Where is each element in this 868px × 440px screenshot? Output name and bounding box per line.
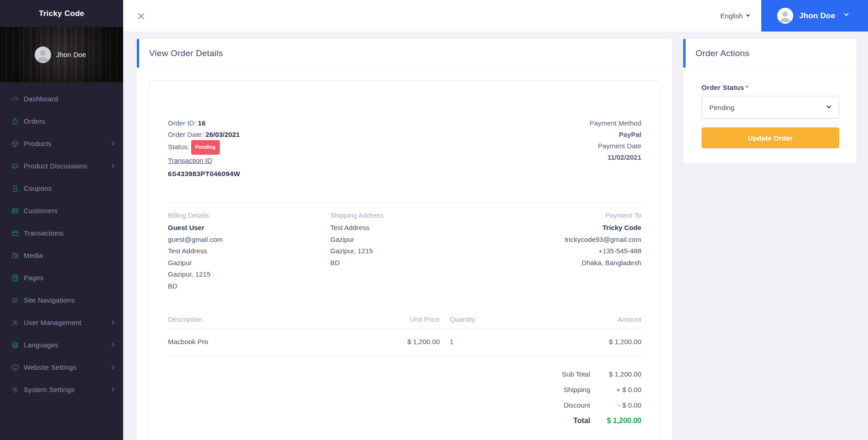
update-order-button[interactable]: Update Order [702, 127, 839, 148]
page-title: View Order Details [149, 48, 223, 58]
sidebar-nav: Dashboard Orders Products Product Discus… [0, 82, 123, 401]
sidebar-item-system-settings[interactable]: System Settings [0, 378, 123, 401]
sidebar-item-languages[interactable]: Languages [0, 334, 123, 356]
payment-date-value: 11/02/2021 [590, 152, 641, 163]
order-totals: Sub Total $ 1,200.00 Shipping + $ 0.00 D… [168, 369, 641, 425]
id-card-icon [11, 207, 19, 215]
order-items-table: Description Unit Price Quantity Amount M… [168, 315, 641, 356]
sidebar-item-label: Languages [24, 341, 110, 349]
sidebar-item-dashboard[interactable]: Dashboard [0, 88, 123, 110]
user-menu[interactable]: Jhon Doe [761, 0, 868, 31]
chevron-down-icon [844, 11, 849, 16]
order-actions-card: Order Actions Order Status* Pending Upda… [683, 39, 857, 163]
sidebar-item-coupons[interactable]: Coupons [0, 177, 123, 199]
book-icon [11, 274, 19, 282]
chevron-right-icon [109, 365, 114, 369]
transaction-id-link[interactable]: Transaction ID [168, 157, 212, 164]
total-row: Total $ 1,200.00 [168, 416, 641, 425]
order-status-select[interactable]: Pending [702, 96, 839, 119]
chat-icon [11, 162, 19, 170]
payment-date-label: Payment Date [590, 140, 641, 152]
sidebar-item-label: Customers [24, 207, 113, 215]
user-avatar [777, 8, 793, 24]
chevron-right-icon [109, 141, 114, 146]
sidebar-item-customers[interactable]: Customers [0, 199, 123, 222]
gauge-icon [11, 95, 19, 103]
sidebar-item-label: Orders [24, 117, 113, 125]
stopwatch-icon [11, 117, 19, 126]
sidebar-item-label: Coupons [24, 184, 113, 192]
table-header-row: Description Unit Price Quantity Amount [168, 315, 641, 329]
monitor-icon [11, 363, 19, 372]
order-status-row: Status: Pending [168, 140, 240, 155]
transaction-id-value: 6S433983PT046094W [168, 168, 240, 179]
sidebar-item-label: User Management [24, 319, 110, 326]
sidebar-item-media[interactable]: Media [0, 244, 123, 267]
order-id-value: 16 [198, 119, 206, 127]
topbar: × English Jhon Doe [123, 0, 868, 31]
sidebar-item-label: Products [24, 140, 110, 147]
gear-icon [11, 386, 19, 394]
billing-name: Guest User [168, 222, 330, 234]
sidebar-profile: Jhon Doe [0, 27, 123, 82]
sidebar: Tricky Code Jhon Doe Dashboard Orders Pr… [0, 0, 123, 440]
payment-to-name: Tricky Code [565, 222, 641, 234]
sidebar-item-label: Transactions [24, 229, 113, 237]
sidebar-item-user-management[interactable]: User Management [0, 311, 123, 334]
shipping-address: Shipping Address Test Address Gazipur Ga… [330, 210, 565, 292]
total-amount: $ 1,200.00 [590, 416, 641, 425]
order-actions-title: Order Actions [696, 48, 749, 58]
chevron-right-icon [109, 388, 114, 392]
order-actions-header: Order Actions [683, 39, 857, 68]
order-date-row: Order Date: 26/03/2021 [168, 129, 240, 140]
chevron-right-icon [109, 320, 114, 325]
subtotal-row: Sub Total $ 1,200.00 [168, 369, 641, 379]
profile-name: Jhon Doe [56, 51, 86, 58]
sidebar-item-website-settings[interactable]: Website Settings [0, 356, 123, 378]
sidebar-item-label: Site Navigations [24, 296, 113, 304]
order-meta: Order ID: 16 Order Date: 26/03/2021 Stat… [168, 117, 641, 179]
sidebar-item-label: Media [24, 251, 113, 259]
payment-method-value: PayPal [590, 129, 641, 140]
avatar [35, 47, 51, 63]
sidebar-item-label: Dashboard [24, 95, 113, 103]
table-row: Macbook Pro $ 1,200.00 1 $ 1,200.00 [168, 329, 641, 356]
sidebar-item-label: Website Settings [24, 363, 110, 371]
item-description: Macbook Pro [168, 338, 369, 346]
sidebar-item-label: Product Discussions [24, 162, 110, 170]
order-status-label: Order Status* [702, 84, 839, 91]
sidebar-item-transactions[interactable]: Transactions [0, 222, 123, 244]
sidebar-item-site-navigations[interactable]: Site Navigations [0, 289, 123, 311]
chevron-right-icon [109, 343, 114, 347]
address-section: Billing Details Guest User guest@gmail.c… [168, 210, 641, 292]
chevron-right-icon [109, 164, 114, 168]
payment-method-label: Payment Method [590, 117, 641, 129]
globe-icon [11, 341, 19, 349]
status-badge: Pending [191, 140, 220, 155]
brand-logo[interactable]: Tricky Code [0, 0, 123, 27]
language-label: English [720, 12, 743, 20]
order-date-value: 26/03/2021 [206, 131, 240, 138]
person-icon [35, 47, 51, 63]
sidebar-item-product-discussions[interactable]: Product Discussions [0, 155, 123, 177]
sidebar-item-products[interactable]: Products [0, 132, 123, 155]
ticket-icon [11, 184, 19, 193]
user-name: Jhon Doe [799, 11, 835, 21]
shipping-row: Shipping + $ 0.00 [168, 385, 641, 394]
divider [168, 202, 641, 203]
sidebar-item-orders[interactable]: Orders [0, 110, 123, 132]
close-icon[interactable]: × [137, 10, 146, 22]
user-icon [11, 319, 19, 327]
language-dropdown[interactable]: English [720, 12, 749, 20]
main-content: View Order Details Order ID: 16 Order Da… [123, 31, 868, 440]
item-amount: $ 1,200.00 [492, 338, 641, 346]
item-unit-price: $ 1,200.00 [369, 338, 440, 346]
sidebar-item-label: System Settings [24, 386, 110, 393]
camera-icon [11, 251, 19, 260]
sidebar-item-pages[interactable]: Pages [0, 267, 123, 289]
credit-card-icon [11, 229, 19, 237]
order-details-card: View Order Details Order ID: 16 Order Da… [137, 39, 672, 440]
person-icon [777, 8, 793, 24]
order-id-row: Order ID: 16 [168, 117, 240, 129]
required-marker: * [745, 84, 748, 91]
